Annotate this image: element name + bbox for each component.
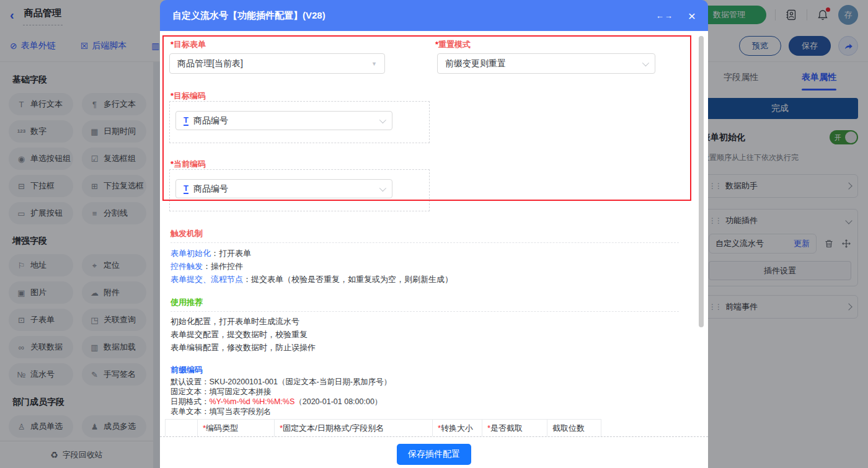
close-icon[interactable]: × xyxy=(688,9,696,22)
table-header-truncate: *是否截取 xyxy=(482,419,547,436)
trigger-line: 控件触发：操作控件 xyxy=(170,261,243,272)
prefix-line: 日期格式：%Y-%m-%d %H:%M:%S（2020-01-01 08:00:… xyxy=(170,397,382,407)
prefix-line: 表单文本：填写当表字段别名 xyxy=(170,407,272,417)
plugin-config-modal: 自定义流水号【功能插件配置】(V28) ←→ × *目标表单 商品管理[当前表]… xyxy=(160,0,708,468)
chevron-down-icon xyxy=(642,59,649,66)
modal-footer: 保存插件配置 xyxy=(160,440,708,468)
reset-mode-label: *重置模式 xyxy=(435,39,471,50)
caret-down-icon: ▼ xyxy=(371,61,377,67)
target-form-label: *目标表单 xyxy=(170,39,206,50)
text-field-icon: T xyxy=(184,184,188,194)
reset-mode-select[interactable]: 前缀变更则重置 xyxy=(437,53,655,74)
target-code-label: *目标编码 xyxy=(170,91,206,102)
target-code-select[interactable]: T 商品编号 xyxy=(175,111,392,130)
chevron-down-icon xyxy=(379,184,386,191)
prefix-line: 固定文本：填写固定文本拼接 xyxy=(170,387,272,397)
current-code-label: *当前编码 xyxy=(170,159,206,170)
modal-title: 自定义流水号【功能插件配置】(V28) xyxy=(172,10,326,22)
table-header-empty xyxy=(165,419,197,436)
prefix-line: 默认设置：SKU-20200101-001（固定文本-当前日期-累加序号） xyxy=(170,377,391,387)
trigger-section-title: 触发机制 xyxy=(170,228,203,239)
divider xyxy=(170,311,679,312)
table-header-code-type: *编码类型 xyxy=(197,419,274,436)
table-header-case-convert: *转换大小 xyxy=(432,419,482,436)
trigger-line: 表单提交、流程节点：提交表单（校验是否重复，如重复或为空，则刷新生成） xyxy=(170,274,453,285)
trigger-line: 表单初始化：打开表单 xyxy=(170,248,251,259)
target-form-select[interactable]: 商品管理[当前表] ▼ xyxy=(169,53,385,74)
save-plugin-config-button[interactable]: 保存插件配置 xyxy=(397,444,471,465)
usage-line: 表单提交配置，提交数据时，校验重复 xyxy=(170,329,308,340)
chevron-down-icon xyxy=(379,116,386,123)
table-header-fixed-text: *固定文本/日期格式/字段别名 xyxy=(274,419,432,436)
divider xyxy=(170,242,679,243)
usage-line: 初始化配置，打开表单时生成流水号 xyxy=(170,316,299,327)
current-code-select[interactable]: T 商品编号 xyxy=(175,179,392,198)
modal-resize-icon[interactable]: ←→ xyxy=(656,11,673,20)
divider xyxy=(160,436,708,437)
text-field-icon: T xyxy=(184,116,188,126)
modal-body: *目标表单 商品管理[当前表] ▼ *重置模式 前缀变更则重置 *目标编码 T … xyxy=(160,31,708,468)
usage-section-title: 使用推荐 xyxy=(170,297,203,308)
code-segments-table: *编码类型 *固定文本/日期格式/字段别名 *转换大小 *是否截取 截取位数 xyxy=(165,419,601,436)
modal-header: 自定义流水号【功能插件配置】(V28) ←→ × xyxy=(160,0,708,31)
table-header-truncate-length: 截取位数 xyxy=(547,419,601,436)
prefix-section-title: 前缀编码 xyxy=(170,364,203,376)
usage-line: 表单编辑配置，修改数据时，防止误操作 xyxy=(170,342,316,353)
modal-scrollbar[interactable] xyxy=(699,36,704,327)
